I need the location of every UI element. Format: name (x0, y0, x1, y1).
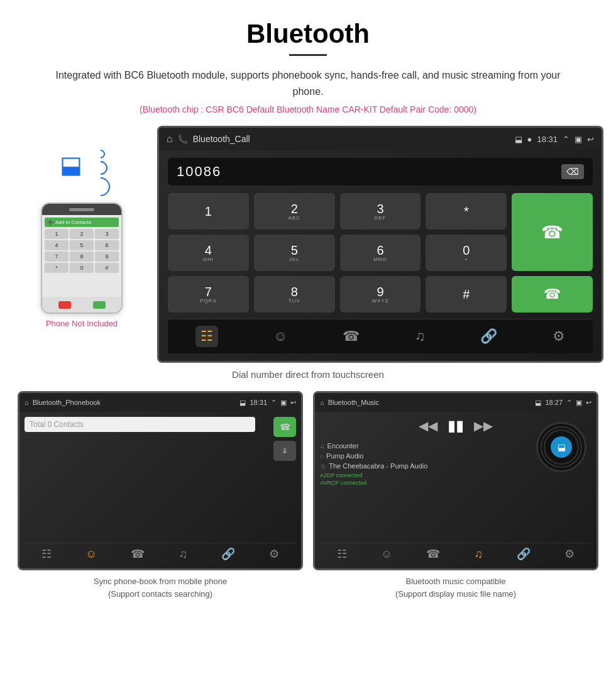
music-window-icon: ▣ (576, 399, 582, 407)
key-6[interactable]: 6 MNO (340, 235, 421, 271)
signal-waves (96, 150, 110, 196)
phonebook-bt-icon: ⬓ (239, 399, 246, 407)
key-4[interactable]: 4 GHI (168, 235, 249, 271)
note-icon: ♫ (320, 443, 325, 450)
phonebook-body: Total 0 Contacts ☎ ⇓ ☷ ☺ ☎ ♫ 🔗 ⚙ (19, 412, 301, 568)
key-redial[interactable]: ☎ (512, 276, 593, 313)
pnav-dialpad[interactable]: ☷ (41, 547, 52, 561)
play-pause-btn[interactable]: ▮▮ (448, 417, 464, 434)
music-bt-icon: ⬓ (535, 399, 541, 407)
signal-wave-2 (91, 158, 110, 178)
music-status-right: ⬓ 18:27 ⌃ ▣ ↩ (535, 399, 591, 407)
mnav-contacts[interactable]: ☺ (381, 548, 392, 561)
car-screen-body: 10086 ⌫ 1 2 ABC 3 DEF (159, 150, 602, 361)
music-bottom-nav: ☷ ☺ ☎ ♫ 🔗 ⚙ (320, 543, 591, 563)
music-content: ◀◀ ▮▮ ▶▶ ♫ Encounter ○ Pump Audio ☺ (320, 417, 591, 543)
phone-key-5: 5 (70, 240, 94, 250)
pnav-music[interactable]: ♫ (179, 548, 187, 561)
nav-link-btn[interactable]: 🔗 (480, 328, 497, 345)
backspace-button[interactable]: ⌫ (561, 164, 584, 179)
car-screen: ⌂ 📞 Bluetooth_Call ⬓ ● 18:31 ⌃ ▣ ↩ 10086 (157, 126, 603, 363)
key-hash[interactable]: # (426, 276, 507, 313)
mnav-call[interactable]: ☎ (426, 547, 440, 561)
music-disc: ⬓ (536, 422, 586, 472)
mnav-settings[interactable]: ⚙ (564, 547, 575, 561)
pnav-settings[interactable]: ⚙ (269, 547, 279, 561)
phonebook-caption: Sync phone-book from mobile phone (Suppo… (18, 575, 303, 600)
signal-wave-1 (94, 148, 107, 160)
page-title: Bluetooth (0, 0, 616, 54)
nav-music-btn[interactable]: ♫ (415, 328, 426, 345)
main-section: ⬓ ➕Add to Contacts 1 2 3 4 5 (0, 126, 616, 363)
phone-not-included-label: Phone Not Included (46, 319, 118, 328)
phonebook-app-title: Bluetooth_Phonebook (33, 399, 101, 406)
disc-ring-inner (544, 429, 579, 465)
key-0plus[interactable]: 0 + (426, 235, 507, 271)
phone-bottom-strip (42, 297, 121, 313)
nav-settings-btn[interactable]: ⚙ (553, 328, 565, 345)
phone-key-4: 4 (45, 240, 69, 250)
pnav-call[interactable]: ☎ (131, 547, 145, 561)
call-button[interactable]: ☎ (273, 417, 296, 437)
description-text: Integrated with BC6 Bluetooth module, su… (0, 67, 616, 99)
download-button[interactable]: ⇓ (273, 441, 296, 461)
bluetooth-symbol-icon: ⬓ (60, 151, 82, 179)
person-icon: ☺ (320, 463, 326, 470)
key-8[interactable]: 8 TUV (254, 276, 335, 313)
phonebook-screen: ⌂ Bluetooth_Phonebook ⬓ 18:31 ⌃ ▣ ↩ Tota… (18, 391, 303, 570)
app-title: Bluetooth_Call (193, 134, 250, 144)
next-track-btn[interactable]: ▶▶ (474, 418, 493, 433)
phone-key-0: 0 (70, 263, 94, 273)
album-name: Pump Audio (326, 452, 363, 460)
phonebook-status-left: ⌂ Bluetooth_Phonebook (25, 399, 101, 406)
phone-key-hash: # (95, 263, 119, 273)
phone-mockup: ➕Add to Contacts 1 2 3 4 5 6 7 8 9 * 0 # (41, 202, 123, 314)
key-2[interactable]: 2 ABC (254, 193, 335, 230)
phone-screen: ➕Add to Contacts 1 2 3 4 5 6 7 8 9 * 0 # (42, 215, 121, 297)
phonebook-status-right: ⬓ 18:31 ⌃ ▣ ↩ (239, 399, 296, 407)
key-3[interactable]: 3 DEF (340, 193, 421, 230)
music-body: ◀◀ ▮▮ ▶▶ ♫ Encounter ○ Pump Audio ☺ (315, 412, 597, 568)
car-screen-statusbar: ⌂ 📞 Bluetooth_Call ⬓ ● 18:31 ⌃ ▣ ↩ (159, 128, 602, 150)
contacts-placeholder: Total 0 Contacts (30, 420, 84, 429)
phonebook-expand-icon: ⌃ (271, 399, 277, 407)
phone-key-9: 9 (95, 252, 119, 262)
phone-key-1: 1 (45, 229, 69, 239)
bluetooth-status-icon: ⬓ (515, 135, 522, 144)
phonebook-bottom-nav: ☷ ☺ ☎ ♫ 🔗 ⚙ (25, 543, 296, 563)
a2dp-status: A2DP connected (320, 472, 591, 479)
pnav-link[interactable]: 🔗 (221, 547, 235, 561)
avrcp-status: AVRCP connected (320, 480, 591, 486)
nav-call-history-btn[interactable]: ☎ (343, 328, 360, 345)
mnav-dialpad[interactable]: ☷ (337, 547, 347, 561)
signal-wave-3 (87, 174, 114, 200)
phonebook-content: Total 0 Contacts ☎ ⇓ (25, 417, 296, 543)
key-1[interactable]: 1 (168, 193, 249, 230)
nav-contacts-btn[interactable]: ☺ (273, 328, 287, 345)
phone-key-8: 8 (70, 252, 94, 262)
phone-key-3: 3 (95, 229, 119, 239)
circle-icon: ○ (320, 453, 324, 460)
pnav-contacts[interactable]: ☺ (85, 548, 97, 561)
big-car-screen-wrapper: ⌂ 📞 Bluetooth_Call ⬓ ● 18:31 ⌃ ▣ ↩ 10086 (157, 126, 603, 363)
music-screen: ⌂ Bluetooth_Music ⬓ 18:27 ⌃ ▣ ↩ ◀◀ ▮▮ (313, 391, 598, 570)
contacts-search-field[interactable]: Total 0 Contacts (25, 417, 255, 432)
phone-area: ⬓ ➕Add to Contacts 1 2 3 4 5 (13, 126, 151, 328)
music-status-left: ⌂ Bluetooth_Music (320, 399, 379, 406)
disc-outer: ⬓ (536, 422, 586, 472)
music-status-bar: ⌂ Bluetooth_Music ⬓ 18:27 ⌃ ▣ ↩ (315, 393, 597, 412)
key-5[interactable]: 5 JKL (254, 235, 335, 271)
nav-dialpad-btn[interactable]: ☷ (195, 326, 218, 347)
dialer-number: 10086 (177, 163, 221, 180)
mnav-link[interactable]: 🔗 (517, 547, 531, 561)
phone-call-btn (93, 301, 106, 309)
key-9[interactable]: 9 WXYZ (340, 276, 421, 313)
key-7[interactable]: 7 PQRS (168, 276, 249, 313)
phone-end-btn (58, 301, 71, 309)
mnav-music[interactable]: ♫ (474, 548, 483, 561)
phone-top-bar (42, 204, 121, 215)
key-star[interactable]: * (426, 193, 507, 230)
prev-track-btn[interactable]: ◀◀ (419, 418, 437, 433)
status-left: ⌂ 📞 Bluetooth_Call (167, 133, 250, 145)
key-call[interactable]: ☎ (512, 193, 593, 271)
